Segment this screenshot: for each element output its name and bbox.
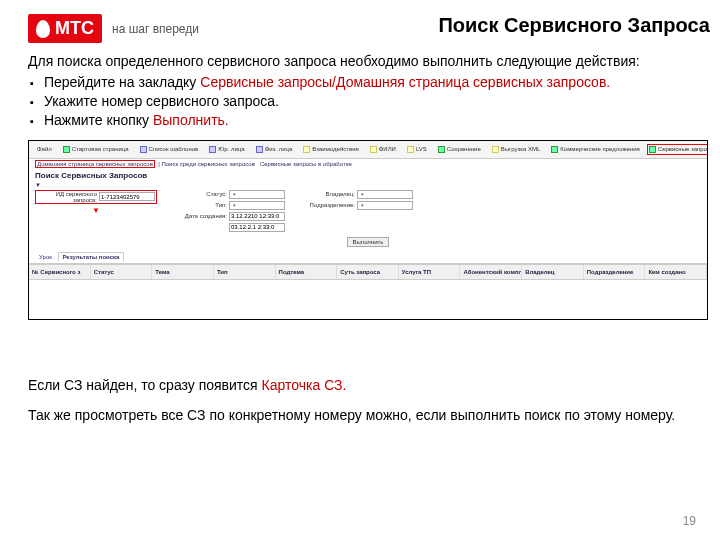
tagline: на шаг впереди	[112, 22, 199, 36]
date-from-input[interactable]	[229, 212, 285, 221]
breadcrumb-processing[interactable]: Сервисные запросы в обработке	[260, 161, 352, 167]
id-input[interactable]	[99, 192, 155, 201]
tab-save[interactable]: Сохранение	[434, 144, 485, 155]
crm-screenshot: Файл Стартовая страница Список шаблонов …	[28, 140, 708, 320]
col-subtopic[interactable]: Подтема	[276, 265, 338, 279]
col-type[interactable]: Тип	[214, 265, 276, 279]
status-select[interactable]	[229, 190, 285, 199]
col-created-by[interactable]: Кем создано	[645, 265, 707, 279]
type-select[interactable]	[229, 201, 285, 210]
col-subscriber[interactable]: Абонентский комплект	[460, 265, 522, 279]
tab-individuals[interactable]: Физ. лица	[252, 144, 297, 155]
tab-home[interactable]: Стартовая страница	[59, 144, 133, 155]
page-number: 19	[683, 514, 696, 528]
mts-logo: МТС	[28, 14, 102, 43]
page-title: Поиск Сервисного Запроса	[438, 14, 710, 43]
breadcrumb-search[interactable]: Поиск среди сервисных запросов	[161, 161, 254, 167]
col-division[interactable]: Подразделение	[584, 265, 646, 279]
crm-toolbar: Файл Стартовая страница Список шаблонов …	[29, 141, 707, 159]
section-title: Поиск Сервисных Запросов	[29, 169, 707, 182]
note-view-all: Так же просмотреть все СЗ по конкретному…	[28, 406, 710, 424]
tab-lvs[interactable]: LVS	[403, 144, 431, 155]
tab-results[interactable]: Результаты поиска	[58, 252, 125, 262]
list-item: Нажмите кнопку Выполнить.	[30, 111, 710, 130]
tab-service-requests[interactable]: Сервисные запросы	[647, 144, 708, 155]
col-essence[interactable]: Суть запроса	[337, 265, 399, 279]
crm-breadcrumb: Домашняя страница сервисных запросов | П…	[29, 159, 707, 169]
tab-export[interactable]: Выгрузка XML	[488, 144, 545, 155]
subdiv-select[interactable]	[357, 201, 413, 210]
owner-select[interactable]	[357, 190, 413, 199]
instruction-list: Перейдите на закладку Сервисные запросы/…	[28, 73, 710, 130]
filter-id-row: ИД сервисного запроса:	[35, 190, 157, 204]
tab-legal[interactable]: Юр. лица	[205, 144, 248, 155]
col-service[interactable]: Услуга ТП	[399, 265, 461, 279]
list-item: Перейдите на закладку Сервисные запросы/…	[30, 73, 710, 92]
tab-interactions[interactable]: Взаимодействия	[299, 144, 363, 155]
results-table-header: № Сервисного з Статус Тема Тип Подтема С…	[29, 264, 707, 280]
intro-text: Для поиска определенного сервисного запр…	[28, 53, 710, 69]
col-owner[interactable]: Владелец	[522, 265, 584, 279]
egg-icon	[36, 20, 50, 38]
col-id[interactable]: № Сервисного з	[29, 265, 91, 279]
tab-file[interactable]: Файл	[33, 144, 56, 155]
tab-fili[interactable]: ФИЛИ	[366, 144, 400, 155]
tab-lesson[interactable]: Урок	[35, 253, 56, 261]
col-status[interactable]: Статус	[91, 265, 153, 279]
logo-block: МТС на шаг впереди	[28, 14, 199, 43]
execute-button[interactable]: Выполнить	[347, 237, 390, 247]
tab-templates[interactable]: Список шаблонов	[136, 144, 203, 155]
list-item: Укажите номер сервисного запроса.	[30, 92, 710, 111]
tab-offers[interactable]: Коммерческие предложения	[547, 144, 643, 155]
col-topic[interactable]: Тема	[152, 265, 214, 279]
date-to-input[interactable]	[229, 223, 285, 232]
filter-form: ИД сервисного запроса: ▼ Статус: Тип: Да…	[29, 188, 707, 234]
breadcrumb-home[interactable]: Домашняя страница сервисных запросов	[35, 160, 155, 168]
note-found: Если СЗ найден, то сразу появится Карточ…	[28, 376, 710, 394]
